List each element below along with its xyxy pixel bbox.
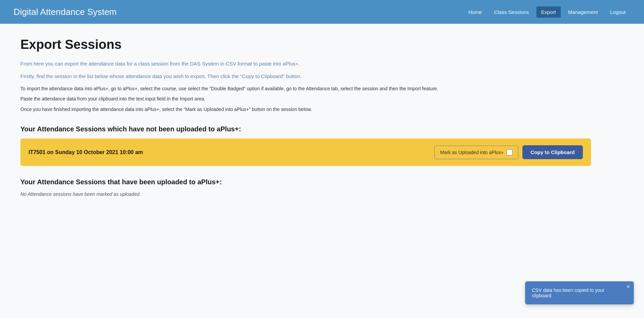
copy-to-clipboard-button[interactable]: Copy to Clipboard	[522, 145, 583, 159]
mark-uploaded-checkbox[interactable]	[506, 149, 513, 155]
main-nav: HomeClass SessionsExportManagementLogout	[464, 6, 630, 18]
page-title: Export Sessions	[20, 37, 591, 52]
nav-link-home[interactable]: Home	[464, 6, 487, 18]
no-sessions-text: No Attendance sessions have been marked …	[20, 191, 591, 197]
session-card-not-uploaded: IT7501 on Sunday 10 October 2021 10:00 a…	[20, 138, 591, 166]
instructions-paragraph-3: Once you have finished importing the att…	[20, 106, 591, 113]
nav-link-class-sessions[interactable]: Class Sessions	[489, 6, 534, 18]
nav-link-management[interactable]: Management	[564, 6, 603, 18]
mark-uploaded-button[interactable]: Mark as Uploaded into aPlus+	[434, 146, 518, 159]
not-uploaded-heading: Your Attendance Sessions which have not …	[20, 125, 591, 133]
app-title: Digital Attendance System	[14, 7, 117, 17]
main-content: Export Sessions From here you can export…	[0, 24, 611, 210]
instructions-paragraph-2: Paste the attendance data from your clip…	[20, 95, 591, 102]
intro-paragraph-1: From here you can export the attendance …	[20, 60, 591, 68]
nav-link-logout[interactable]: Logout	[605, 6, 630, 18]
session-label: IT7501 on Sunday 10 October 2021 10:00 a…	[29, 149, 143, 155]
uploaded-heading: Your Attendance Sessions that have been …	[20, 178, 591, 186]
toast-notification: CSV data has been copied to your clipboa…	[525, 281, 634, 304]
instructions-paragraph-1: To import the attendance data into aPlus…	[20, 85, 591, 92]
mark-uploaded-label: Mark as Uploaded into aPlus+	[440, 150, 504, 155]
toast-message: CSV data has been copied to your clipboa…	[532, 287, 604, 298]
toast-close-button[interactable]: ×	[627, 284, 630, 289]
intro-paragraph-2: Firstly, find the session in the list be…	[20, 73, 591, 80]
nav-link-export[interactable]: Export	[536, 6, 560, 18]
session-actions: Mark as Uploaded into aPlus+ Copy to Cli…	[434, 145, 583, 159]
app-header: Digital Attendance System HomeClass Sess…	[0, 0, 644, 24]
